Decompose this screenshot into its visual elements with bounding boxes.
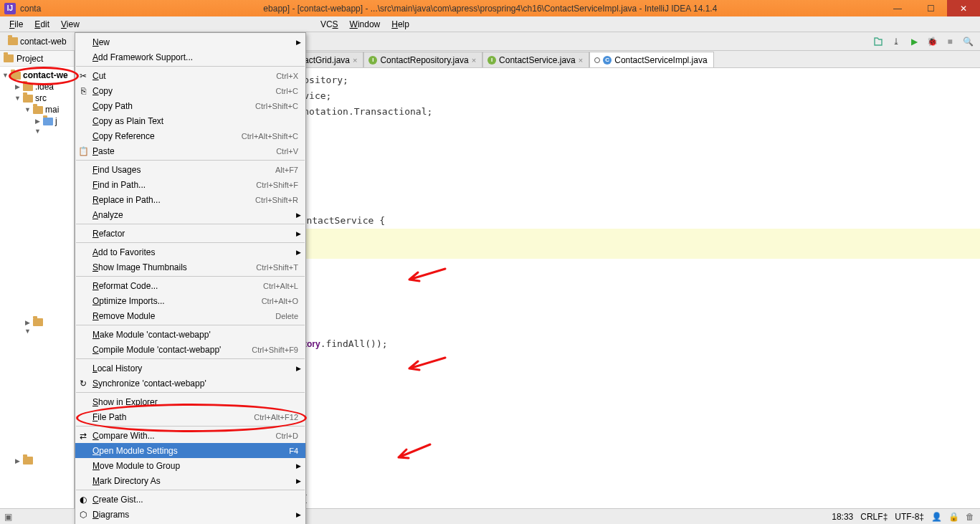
tree-root[interactable]: ▼contact-we [0,70,74,81]
menu-label: Move Module to Group [92,461,180,471]
submenu-arrow-icon: ▶ [296,511,301,518]
tree-main[interactable]: ▼mai [0,104,74,115]
close-tab-icon[interactable]: × [353,56,357,65]
file-type-icon: C [603,56,612,65]
context-menu-item[interactable]: ↻Synchronize 'contact-webapp' [75,376,305,391]
context-menu-item[interactable]: Copy as Plain Text [75,113,305,128]
menu-label: Copy [92,86,113,96]
separator [76,224,305,224]
maximize-button[interactable]: ☐ [914,0,947,16]
tree-src[interactable]: ▼src [0,92,74,104]
editor-tab[interactable]: IContactService.java× [482,52,589,67]
tool-window-icon[interactable]: ▣ [4,512,14,522]
trash-icon[interactable]: 🗑 [966,512,976,522]
context-menu-item[interactable]: New▶ [75,34,305,49]
menu-label: Synchronize 'contact-webapp' [92,378,206,389]
context-menu-item[interactable]: ⬡Diagrams▶ [75,507,305,522]
tab-label: ContactServiceImpl.java [614,55,707,65]
encoding[interactable]: UTF-8‡ [895,512,924,522]
context-menu-item[interactable]: ⇄Compare With...Ctrl+D [75,428,305,443]
separator [76,160,305,161]
context-menu-item[interactable]: ◐Create Gist... [75,492,305,507]
menu-label: Make Module 'contact-webapp' [92,330,211,340]
context-menu-item[interactable]: Copy PathCtrl+Shift+C [75,98,305,113]
editor-tab[interactable]: IContactRepository.java× [363,52,482,67]
shortcut-label: Ctrl+Alt+F12 [254,413,298,421]
file-type-icon: I [487,56,496,65]
menu-view[interactable]: View [56,18,85,31]
tree-item[interactable]: ▶ [0,456,74,465]
context-menu-item[interactable]: Find in Path...Ctrl+Shift+F [75,177,305,192]
tree-java[interactable]: ▶j [0,115,74,127]
context-menu-item[interactable]: Analyze▶ [75,207,305,222]
close-window-button[interactable]: ✕ [947,0,980,16]
run-button[interactable]: ▶ [906,34,922,49]
context-menu-item[interactable]: ✂CutCtrl+X [75,68,305,83]
context-menu-item[interactable]: Show in Explorer [75,394,305,409]
folder-icon [23,83,33,91]
context-menu-item[interactable]: Add Framework Support... [75,49,305,65]
context-menu-item[interactable]: Optimize Imports...Ctrl+Alt+O [75,293,305,308]
close-tab-icon[interactable]: × [472,56,476,65]
menu-icon: ◐ [78,495,88,505]
menu-label: Diagrams [92,510,129,520]
minimize-button[interactable]: ― [881,0,914,16]
context-menu-item[interactable]: Add to Favorites▶ [75,244,305,259]
context-menu-item[interactable]: Compile Module 'contact-webapp'Ctrl+Shif… [75,342,305,357]
inspect-icon[interactable]: 👤 [931,512,941,522]
menu-label: Show in Explorer [92,397,158,407]
menu-label: Replace in Path... [92,195,161,205]
pin-icon [594,57,600,63]
context-menu-item[interactable]: Open Module SettingsF4 [75,443,305,458]
context-menu-item[interactable]: Refactor▶ [75,226,305,241]
menu-label: Optimize Imports... [92,296,165,306]
tree-item[interactable]: ▼ [0,327,74,335]
context-menu-item[interactable]: ⎘CopyCtrl+C [75,83,305,98]
project-tool-button[interactable]: Project [0,51,74,67]
line-separator[interactable]: CRLF‡ [860,512,888,522]
tab-label: ContactRepository.java [380,55,468,65]
context-menu-item[interactable]: 📋PasteCtrl+V [75,143,305,158]
context-menu-item[interactable]: Move Module to Group▶ [75,458,305,473]
lock-icon[interactable]: 🔒 [948,512,958,522]
menu-label: Find Usages [92,165,141,175]
context-menu-item[interactable]: Remove ModuleDelete [75,308,305,323]
make-button[interactable] [870,34,886,49]
source-folder-icon [43,118,53,125]
search-icon[interactable]: 🔍 [960,34,976,49]
menu-help[interactable]: Help [386,18,414,31]
context-menu-item[interactable]: Show Image ThumbnailsCtrl+Shift+T [75,259,305,275]
menu-edit[interactable]: Edit [29,18,54,31]
app-logo-icon: IJ [4,3,16,14]
shortcut-label: F4 [289,447,298,455]
debug-button[interactable]: 🐞 [924,34,940,49]
context-menu-item[interactable]: Local History▶ [75,361,305,376]
context-menu-item[interactable]: Find UsagesAlt+F7 [75,162,305,177]
shortcut-label: Ctrl+D [276,432,298,440]
context-menu-item[interactable]: Reformat Code...Ctrl+Alt+L [75,278,305,293]
tree-item[interactable]: ▶ [0,318,74,327]
menu-icon: ⇄ [78,431,88,441]
context-menu-item[interactable]: Copy ReferenceCtrl+Alt+Shift+C [75,128,305,143]
submenu-arrow-icon: ▶ [296,230,301,237]
menu-label: Reformat Code... [92,281,158,291]
context-menu-item[interactable]: Make Module 'contact-webapp' [75,327,305,342]
menu-label: Open Module Settings [92,446,178,456]
context-menu-item[interactable]: Mark Directory As▶ [75,473,305,488]
tree-item[interactable]: ▼ [0,127,74,135]
editor-tab[interactable]: CContactServiceImpl.java [589,52,713,67]
close-tab-icon[interactable]: × [579,56,583,65]
menu-label: File Path [92,412,126,422]
folder-icon [33,318,43,326]
context-menu-item[interactable]: Replace in Path...Ctrl+Shift+R [75,192,305,207]
breadcrumb[interactable]: contact-web [4,35,70,48]
tree-idea[interactable]: ▶.idea [0,81,74,92]
menu-window[interactable]: Window [345,18,386,31]
down-icon[interactable]: ⤓ [888,34,904,49]
shortcut-label: Ctrl+X [276,72,298,80]
menu-file[interactable]: File [4,18,28,31]
stop-button[interactable]: ■ [942,34,958,49]
menu-vcs[interactable]: VCS [315,18,343,31]
menu-label: Cut [92,71,106,81]
context-menu-item[interactable]: File PathCtrl+Alt+F12 [75,409,305,424]
